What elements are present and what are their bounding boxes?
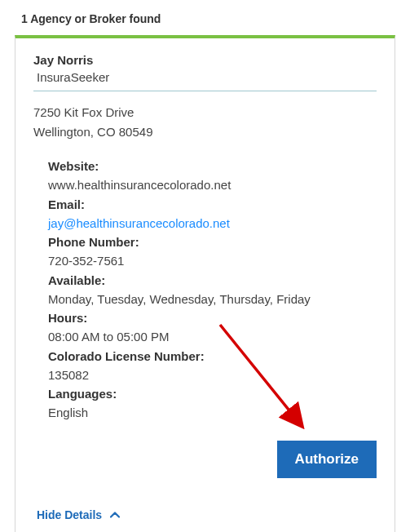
email-label: Email: bbox=[48, 195, 377, 214]
agency-divider bbox=[33, 91, 377, 91]
action-row: Authorize bbox=[48, 423, 377, 483]
email-link[interactable]: jay@healthinsurancecolorado.net bbox=[48, 216, 230, 230]
languages-value: English bbox=[48, 403, 377, 422]
phone-label: Phone Number: bbox=[48, 233, 377, 251]
languages-label: Languages: bbox=[48, 384, 377, 403]
address-line-2: Wellington, CO 80549 bbox=[33, 122, 377, 142]
available-value: Monday, Tuesday, Wednesday, Thursday, Fr… bbox=[48, 290, 377, 308]
agency-name: InsuraSeeker bbox=[33, 70, 377, 87]
broker-name: Jay Norris bbox=[33, 53, 93, 67]
broker-card: Jay Norris InsuraSeeker 7250 Kit Fox Dri… bbox=[15, 35, 395, 532]
available-label: Available: bbox=[48, 271, 377, 290]
website-value: www.healthinsurancecolorado.net bbox=[48, 175, 377, 194]
phone-value: 720-352-7561 bbox=[48, 251, 377, 270]
toggle-label: Hide Details bbox=[37, 508, 102, 521]
hours-value: 08:00 AM to 05:00 PM bbox=[48, 327, 377, 346]
details-block: Website: www.healthinsurancecolorado.net… bbox=[33, 157, 377, 483]
agency-row: InsuraSeeker bbox=[33, 70, 377, 91]
toggle-row: Hide Details bbox=[33, 483, 377, 533]
results-heading: 1 Agency or Broker found bbox=[15, 0, 395, 35]
website-label: Website: bbox=[48, 157, 377, 175]
chevron-up-icon bbox=[110, 508, 120, 521]
license-label: Colorado License Number: bbox=[48, 347, 377, 366]
address-block: 7250 Kit Fox Drive Wellington, CO 80549 bbox=[33, 103, 377, 142]
authorize-button[interactable]: Authorize bbox=[277, 441, 377, 478]
address-line-1: 7250 Kit Fox Drive bbox=[33, 103, 377, 122]
hours-label: Hours: bbox=[48, 308, 377, 327]
hide-details-toggle[interactable]: Hide Details bbox=[37, 508, 120, 521]
license-value: 135082 bbox=[48, 366, 377, 384]
broker-header: Jay Norris bbox=[33, 53, 377, 67]
